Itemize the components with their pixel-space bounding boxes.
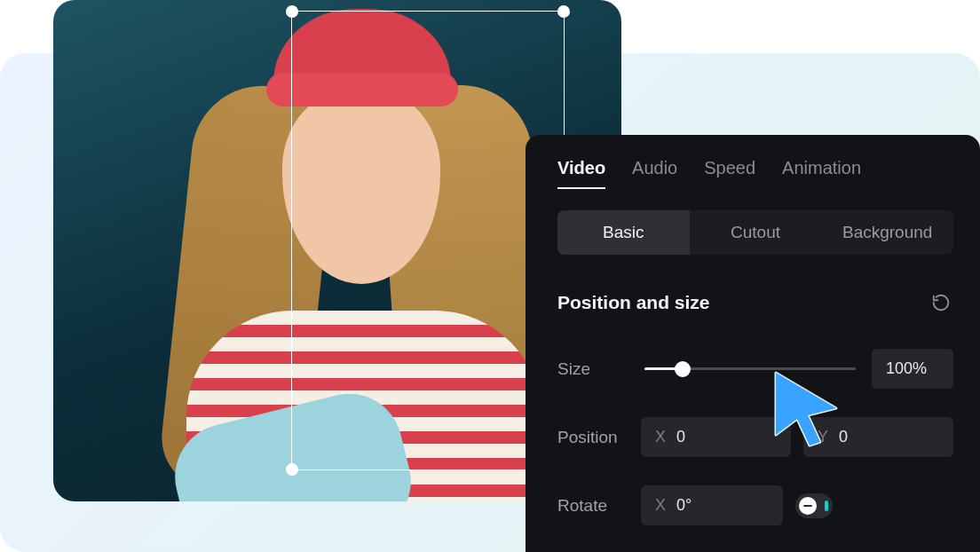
position-x-prefix: X <box>655 428 666 446</box>
subtab-background[interactable]: Background <box>821 210 953 255</box>
rotate-x-prefix: X <box>655 496 666 515</box>
size-row: Size 100% <box>557 349 953 389</box>
size-value-input[interactable]: 100% <box>872 349 953 389</box>
tab-animation[interactable]: Animation <box>782 158 861 189</box>
tab-video[interactable]: Video <box>557 158 605 189</box>
subtab-basic[interactable]: Basic <box>557 210 690 255</box>
panel-sub-tabs: Basic Cutout Background <box>557 210 953 255</box>
tab-speed[interactable]: Speed <box>704 158 755 189</box>
position-x-input[interactable]: X 0 <box>641 417 791 457</box>
position-y-prefix: Y <box>818 428 828 446</box>
size-label: Size <box>557 359 628 379</box>
rotate-row: Rotate X 0° <box>557 485 953 525</box>
panel-top-tabs: Video Audio Speed Animation <box>557 158 953 189</box>
toggle-indicator <box>825 501 828 511</box>
reset-button[interactable] <box>929 290 953 315</box>
section-title: Position and size <box>557 292 710 313</box>
size-value: 100% <box>886 359 927 378</box>
resize-handle-top-left[interactable] <box>286 5 298 18</box>
position-row: Position X 0 Y 0 <box>557 417 953 457</box>
photo-illustration <box>266 73 458 106</box>
rotate-x-input[interactable]: X 0° <box>641 485 783 525</box>
rotate-x-value: 0° <box>676 496 692 515</box>
toggle-knob <box>799 497 817 515</box>
rotate-label: Rotate <box>557 496 628 516</box>
position-x-value: 0 <box>676 428 685 446</box>
size-slider[interactable] <box>644 362 856 376</box>
section-header: Position and size <box>557 290 953 315</box>
resize-handle-bottom-left[interactable] <box>286 463 298 476</box>
tab-audio[interactable]: Audio <box>632 158 677 189</box>
slider-thumb[interactable] <box>675 361 691 377</box>
rotate-toggle[interactable] <box>795 493 833 518</box>
reset-icon <box>931 293 951 312</box>
position-label: Position <box>557 428 628 447</box>
subtab-cutout[interactable]: Cutout <box>690 210 822 255</box>
properties-panel: Video Audio Speed Animation Basic Cutout… <box>526 135 980 552</box>
resize-handle-top-right[interactable] <box>557 5 570 18</box>
position-y-value: 0 <box>839 428 848 446</box>
position-y-input[interactable]: Y 0 <box>803 417 953 457</box>
